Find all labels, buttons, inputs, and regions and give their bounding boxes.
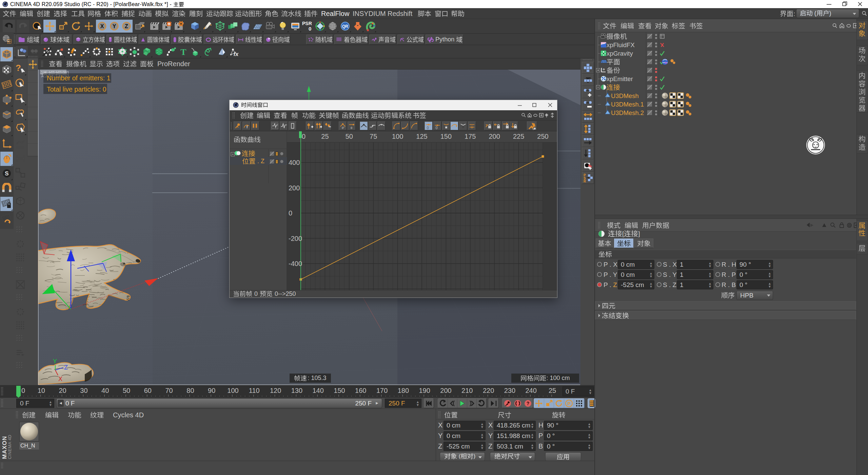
svg-text:f: f <box>246 125 248 129</box>
svg-text:o: o <box>603 68 605 71</box>
svg-text:Y: Y <box>113 23 116 29</box>
svg-text:?: ? <box>16 63 21 73</box>
svg-text:Z: Z <box>64 364 68 371</box>
svg-text:PSR: PSR <box>302 21 312 26</box>
svg-text:0°: 0° <box>342 127 344 130</box>
svg-text:0: 0 <box>309 26 311 31</box>
svg-text:fx: fx <box>234 51 239 57</box>
svg-text:0: 0 <box>351 127 352 130</box>
svg-text:QR: QR <box>342 24 348 29</box>
svg-text:Y: Y <box>53 358 57 365</box>
svg-text:(): () <box>436 126 438 129</box>
svg-text:X: X <box>58 376 62 382</box>
svg-text:R: R <box>584 179 586 183</box>
svg-text:S: S <box>5 170 8 177</box>
svg-text:Z: Z <box>125 23 128 29</box>
svg-text:P: P <box>568 401 571 406</box>
svg-text:X: X <box>100 23 104 29</box>
svg-text:(): () <box>427 126 429 129</box>
svg-text:T: T <box>180 47 186 57</box>
svg-text:?: ? <box>527 401 530 406</box>
